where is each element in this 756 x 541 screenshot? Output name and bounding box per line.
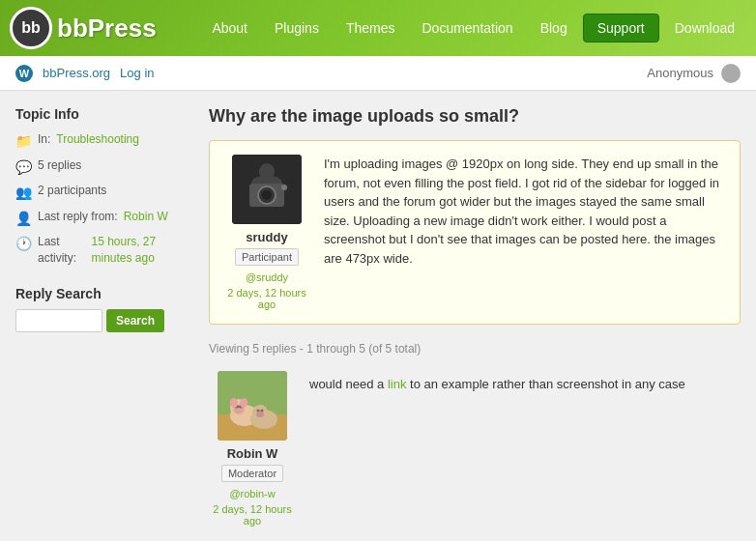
svg-point-20 — [261, 410, 264, 413]
people-icon: 👥 — [15, 184, 32, 203]
first-post-avatar — [232, 155, 302, 224]
first-post-time: 2 days, 12 hours ago — [223, 287, 310, 310]
second-post-body: would need a link to an example rather t… — [309, 371, 741, 527]
first-post: sruddy Participant @sruddy 2 days, 12 ho… — [209, 140, 741, 325]
second-post-link[interactable]: link — [388, 377, 407, 391]
replies-label: 5 replies — [38, 157, 81, 174]
wordpress-icon: W — [15, 65, 33, 82]
category-link[interactable]: Troubleshooting — [56, 131, 139, 148]
last-activity-time[interactable]: 15 hours, 27 minutes ago — [92, 234, 190, 267]
nav-item-about[interactable]: About — [200, 14, 259, 42]
svg-point-3 — [262, 190, 272, 200]
main-nav: About Plugins Themes Documentation Blog … — [200, 14, 746, 43]
last-activity: 🕐 Last activity: 15 hours, 27 minutes ag… — [15, 234, 189, 267]
nav-item-download[interactable]: Download — [663, 14, 746, 42]
content-area: Why are the image uploads so small? — [209, 106, 741, 536]
user-avatar — [721, 64, 741, 83]
second-post-author-handle: @robin-w — [209, 488, 296, 499]
topic-info-title: Topic Info — [15, 106, 189, 122]
logo-bb-text: bb — [21, 19, 41, 37]
photographer-avatar-img — [232, 155, 302, 224]
svg-point-5 — [281, 185, 287, 190]
main-content: Topic Info 📁 In: Troubleshooting 💬 5 rep… — [0, 91, 756, 541]
first-post-body: I'm uploading images @ 1920px on long si… — [324, 155, 726, 310]
pigs-avatar-img — [218, 371, 287, 441]
subheader-left: W bbPress.org Log in — [15, 65, 155, 82]
bbpress-org-link[interactable]: bbPress.org — [43, 66, 110, 80]
reply-search-title: Reply Search — [15, 286, 189, 301]
clock-icon: 🕐 — [15, 235, 32, 254]
svg-point-16 — [235, 408, 243, 413]
svg-point-19 — [257, 410, 260, 413]
last-reply: 👤 Last reply from: Robin W — [15, 209, 189, 229]
subheader-right: Anonymous — [647, 64, 741, 83]
nav-item-themes[interactable]: Themes — [334, 14, 407, 42]
second-post: Robin W Moderator @robin-w 2 days, 12 ho… — [209, 371, 741, 527]
first-post-author-role: Participant — [235, 248, 299, 266]
in-label: In: — [38, 131, 50, 148]
first-post-author-col: sruddy Participant @sruddy 2 days, 12 ho… — [223, 155, 310, 310]
nav-item-plugins[interactable]: Plugins — [263, 14, 331, 42]
nav-item-documentation[interactable]: Documentation — [410, 14, 524, 42]
sidebar: Topic Info 📁 In: Troubleshooting 💬 5 rep… — [15, 106, 189, 536]
participants-count: 👥 2 participants — [15, 183, 189, 203]
second-post-body-before: would need a — [309, 377, 388, 391]
folder-icon: 📁 — [15, 132, 32, 152]
sub-header: W bbPress.org Log in Anonymous — [0, 56, 756, 91]
topic-in: 📁 In: Troubleshooting — [15, 131, 189, 152]
first-post-author-name: sruddy — [223, 230, 310, 244]
person-icon: 👤 — [15, 210, 32, 229]
logo-circle: bb — [10, 7, 52, 49]
page-title: Why are the image uploads so small? — [209, 106, 741, 127]
login-link[interactable]: Log in — [120, 66, 154, 80]
second-post-time: 2 days, 12 hours ago — [209, 503, 296, 527]
viewing-info: Viewing 5 replies - 1 through 5 (of 5 to… — [209, 338, 741, 359]
replies-count: 💬 5 replies — [15, 157, 189, 178]
participants-label: 2 participants — [38, 183, 106, 199]
nav-item-blog[interactable]: Blog — [529, 14, 579, 42]
site-logo[interactable]: bb bbPress — [10, 7, 157, 49]
logo-bbpress-text: bbPress — [57, 14, 157, 43]
last-activity-label: Last activity: — [38, 234, 86, 267]
second-post-avatar — [218, 371, 287, 441]
anonymous-label: Anonymous — [647, 66, 713, 80]
search-button[interactable]: Search — [106, 309, 164, 332]
second-post-author-col: Robin W Moderator @robin-w 2 days, 12 ho… — [209, 371, 296, 527]
second-post-author-name: Robin W — [209, 446, 296, 461]
search-input[interactable] — [15, 309, 102, 332]
search-form: Search — [15, 309, 189, 332]
last-reply-user-link[interactable]: Robin W — [124, 209, 168, 225]
nav-item-support[interactable]: Support — [583, 14, 659, 43]
site-header: bb bbPress About Plugins Themes Document… — [0, 0, 756, 56]
svg-point-21 — [256, 412, 264, 417]
first-post-author-handle: @sruddy — [223, 271, 310, 283]
last-reply-label: Last reply from: — [38, 209, 118, 225]
reply-icon: 💬 — [15, 158, 32, 178]
second-post-body-after: to an example rather than screenshot in … — [406, 377, 684, 391]
second-post-author-role: Moderator — [221, 465, 283, 482]
reply-search-section: Reply Search Search — [15, 286, 189, 332]
